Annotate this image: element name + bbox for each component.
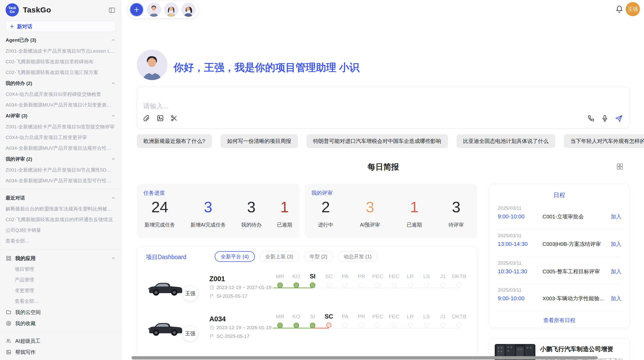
view-all-apps[interactable]: 查看全部... <box>0 296 121 307</box>
sidebar-item-change-mgmt[interactable]: 变更管理 <box>0 285 121 296</box>
milestone-dot-overdue[interactable] <box>326 323 331 328</box>
milestone-dot[interactable] <box>457 282 462 288</box>
sidebar-collapse-icon[interactable] <box>108 6 116 14</box>
suggestion-chip[interactable]: 当下年轻人对汽车外观有怎样的喜好趋势 <box>564 134 644 148</box>
image-upload-icon[interactable] <box>156 114 165 123</box>
schedule-date: 2025/03/11 <box>498 287 621 293</box>
milestone-dot[interactable] <box>391 282 397 288</box>
sidebar-item-help-write[interactable]: 帮我写作 <box>0 347 121 358</box>
sidebar-item-cloud-space[interactable]: 我的云空间 <box>0 307 121 318</box>
milestone-dot[interactable] <box>375 282 380 288</box>
add-assistant-button[interactable] <box>129 3 144 17</box>
milestone-dot[interactable] <box>391 323 397 328</box>
join-meeting-link[interactable]: 加入 <box>611 295 621 302</box>
conversation-item[interactable]: C0X4-动力总成开发项目SI里程碑提交物检查 <box>0 89 121 100</box>
user-avatar[interactable]: 王强 <box>626 2 640 16</box>
milestone-dot[interactable] <box>343 323 348 328</box>
stat-value: 1 <box>280 200 289 215</box>
milestone-dot[interactable] <box>294 323 299 328</box>
sidebar-item-product-mgmt[interactable]: 产品管理 <box>0 275 121 285</box>
avatar[interactable] <box>147 3 161 17</box>
conversation-item[interactable]: A034-全新新能源MUV产品开发项目法规符合性评审 <box>0 143 121 154</box>
phone-call-icon[interactable] <box>587 114 595 123</box>
filter-new-body[interactable]: 全新上装 (3) <box>259 251 299 262</box>
chevron-up-icon[interactable] <box>111 38 115 42</box>
section-my-todo[interactable]: 我的待办 (2) <box>0 78 121 89</box>
milestone-dot[interactable] <box>440 282 445 288</box>
conversation-item[interactable]: Z001-全新燃油皮卡产品开发项目SI节点Lesson Learn报告 <box>0 46 121 56</box>
conversation-item[interactable]: C02-飞腾新能源轻客改款项目的闭环通告反馈情况 <box>0 214 121 225</box>
section-ai-review[interactable]: AI评审 (3) <box>0 110 121 122</box>
milestone-dot[interactable] <box>359 282 364 288</box>
image-icon <box>6 349 12 355</box>
milestone-dot[interactable] <box>408 282 413 288</box>
sidebar-item-ai-staff[interactable]: AI超级员工 <box>0 335 121 347</box>
chevron-up-icon[interactable] <box>111 256 115 261</box>
section-recent[interactable]: 最近对话 <box>0 192 121 204</box>
briefing-layout-icon[interactable] <box>616 163 624 171</box>
chevron-up-icon[interactable] <box>111 114 115 118</box>
new-chat-button[interactable]: 新对话 <box>6 21 115 32</box>
suggestion-chip[interactable]: 比亚迪全固态电池计划具体说了什么 <box>457 134 555 148</box>
milestone-dot[interactable] <box>424 323 429 328</box>
microphone-icon[interactable] <box>601 114 609 123</box>
conversation-item[interactable]: C0X4-动力总成开发项目工程变更评审 <box>0 132 121 143</box>
milestone-dot[interactable] <box>408 323 413 328</box>
join-meeting-link[interactable]: 加入 <box>611 268 621 275</box>
view-all-conversations[interactable]: 查看全部... <box>0 236 121 246</box>
filter-year-model[interactable]: 年型 (2) <box>304 251 333 262</box>
conversation-item[interactable]: C02-飞腾新能源轻客改款项目里程碑画布 <box>0 56 121 67</box>
avatar[interactable] <box>181 3 196 17</box>
news-title[interactable]: 小鹏飞行汽车制造公司增资 <box>540 345 625 353</box>
join-meeting-link[interactable]: 加入 <box>611 213 621 220</box>
section-my-review[interactable]: 我的评审 (2) <box>0 154 121 165</box>
conversation-item[interactable]: Z001-全新燃油轻卡产品开发项目SI节点属性5D文件评审 <box>0 165 121 175</box>
conversation-item[interactable]: A034-全新新能源MUV产品开发项目造型可行性评审 <box>0 175 121 186</box>
join-meeting-link[interactable]: 加入 <box>611 241 621 248</box>
conversation-item[interactable]: 公司Q3轻卡销量 <box>0 225 121 236</box>
project-car-image <box>145 274 184 298</box>
send-icon[interactable] <box>615 114 623 123</box>
chat-input[interactable]: 请输入... <box>143 102 169 111</box>
conversation-item[interactable]: C02-飞腾新能源轻客改款项目立项汇报方案 <box>0 67 121 78</box>
sidebar-item-my-apps[interactable]: 我的应用 <box>0 253 121 264</box>
milestone-dot[interactable] <box>457 323 462 328</box>
horizontal-scrollbar[interactable] <box>131 356 598 359</box>
sidebar-item-project-mgmt[interactable]: 项目管理 <box>0 264 121 275</box>
suggestion-chip[interactable]: 特朗普可能对进口汽车增税会对中国车企造成哪些影响 <box>306 134 448 148</box>
milestone-dot[interactable] <box>343 282 348 288</box>
milestone-dot[interactable] <box>424 282 429 288</box>
sidebar-item-favorites[interactable]: 我的收藏 <box>0 318 121 329</box>
sidebar-item-creative-draw[interactable]: 创意制图 <box>0 358 121 360</box>
milestone-dot[interactable] <box>277 282 283 288</box>
milestone-dot[interactable] <box>277 323 283 328</box>
chevron-up-icon[interactable] <box>111 196 115 200</box>
chevron-up-icon[interactable] <box>111 81 115 86</box>
chevron-up-icon[interactable] <box>111 157 115 161</box>
view-all-schedule-link[interactable]: 查看所有日程 <box>489 317 630 324</box>
suggestion-chip[interactable]: 欧洲新规最近颁布了什么? <box>137 134 212 148</box>
attachment-icon[interactable] <box>143 114 151 123</box>
scissors-icon[interactable] <box>170 114 178 123</box>
conversation-item[interactable]: Z001-全新燃油轻卡产品开发项目SI造型提交物评审 <box>0 122 121 132</box>
project-owner-badge[interactable]: 王强 <box>182 285 198 302</box>
avatar[interactable] <box>164 3 178 17</box>
filter-all-platform[interactable]: 全新平台 (4) <box>215 251 255 262</box>
project-code[interactable]: Z001 <box>209 275 225 283</box>
milestone-dot[interactable] <box>440 323 445 328</box>
milestone-dot[interactable] <box>326 282 331 288</box>
suggestion-chip[interactable]: 如何写一份清晰的项目周报 <box>221 134 298 148</box>
milestone-dot[interactable] <box>375 323 380 328</box>
project-owner-badge[interactable]: 王强 <box>182 325 198 342</box>
milestone-dot[interactable] <box>310 282 315 288</box>
milestone-dot[interactable] <box>310 323 315 328</box>
milestone-dot[interactable] <box>294 282 299 288</box>
briefing-title: 每日简报 <box>137 162 630 172</box>
conversation-item[interactable]: A034-全新新能源MUV产品开发项目计划变更表编写 <box>0 100 121 110</box>
filter-powertrain[interactable]: 动总开发 (1) <box>338 251 377 262</box>
milestone-dot[interactable] <box>359 323 364 328</box>
conversation-item[interactable]: 解释最新出台的欧盟报废车法规再生塑料比例被调至15%... <box>0 204 121 214</box>
section-agent-done[interactable]: Agent已办 (3) <box>0 35 121 46</box>
project-code[interactable]: A034 <box>209 315 226 323</box>
notification-bell-icon[interactable] <box>615 5 624 14</box>
